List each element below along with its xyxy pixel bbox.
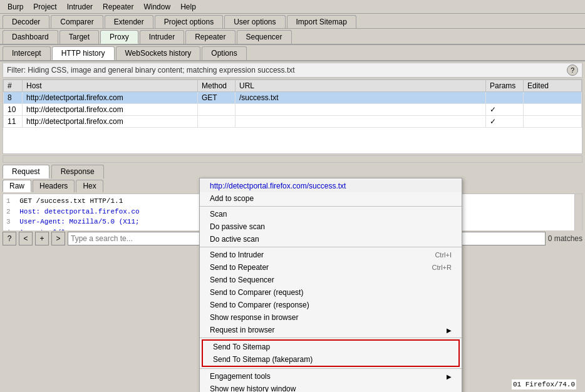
ctx-active-scan[interactable]: Do active scan	[200, 233, 462, 245]
menu-help[interactable]: Help	[175, 1, 201, 13]
col-params: Params	[486, 80, 524, 92]
cell-params: ✓	[486, 116, 524, 128]
tab-proxy[interactable]: Proxy	[100, 30, 138, 44]
ctx-add-scope[interactable]: Add to scope	[200, 192, 462, 205]
ctx-sep-3	[200, 338, 462, 338]
matches-label: 0 matches	[548, 234, 582, 243]
menu-bar: Burp Project Intruder Repeater Window He…	[0, 0, 585, 14]
tab-intruder[interactable]: Intruder	[140, 30, 184, 44]
table-row[interactable]: 11 http://detectportal.firefox.com ✓	[4, 116, 582, 128]
tab-raw[interactable]: Raw	[3, 180, 31, 192]
ctx-engagement-tools[interactable]: Engagement tools ▶	[200, 370, 462, 383]
cell-num: 10	[4, 104, 23, 116]
ctx-send-repeater-label: Send to Repeater	[210, 263, 269, 272]
cell-host: http://detectportal.firefox.com	[23, 92, 198, 104]
col-edited: Edited	[524, 80, 582, 92]
ctx-send-intruder[interactable]: Send to Intruder Ctrl+I	[200, 249, 462, 261]
ctx-send-repeater[interactable]: Send to Repeater Ctrl+R	[200, 261, 462, 274]
menu-repeater[interactable]: Repeater	[98, 1, 138, 13]
cell-num: 8	[4, 92, 23, 104]
tabs-row2: Dashboard Target Proxy Intruder Repeater…	[0, 29, 585, 45]
menu-window[interactable]: Window	[138, 1, 175, 13]
prev-button[interactable]: <	[19, 232, 33, 245]
request-line-text-2: Host: detectportal.firefox.co	[19, 208, 139, 215]
ctx-passive-scan[interactable]: Do passive scan	[200, 220, 462, 233]
line-num-1: 1	[6, 197, 11, 205]
tab-target[interactable]: Target	[60, 30, 99, 44]
cell-url	[236, 116, 486, 128]
context-menu: http://detectportal.firefox.com/success.…	[199, 178, 462, 392]
cell-num: 11	[4, 116, 23, 128]
line-num-3: 3	[6, 218, 11, 225]
help-button[interactable]: ?	[3, 232, 16, 245]
tab-sequencer[interactable]: Sequencer	[237, 30, 292, 44]
ctx-request-browser-arrow: ▶	[447, 327, 452, 334]
filter-bar[interactable]: Filter: Hiding CSS, image and general bi…	[3, 63, 582, 78]
ctx-send-sitemap-fakeparam[interactable]: Send To Sitemap (fakeparam)	[203, 353, 458, 366]
cell-params	[486, 92, 524, 104]
tab-intercept[interactable]: Intercept	[3, 46, 51, 60]
cell-edited	[524, 92, 582, 104]
ctx-send-sequencer[interactable]: Send to Sequencer	[200, 274, 462, 286]
col-host: Host	[23, 80, 198, 92]
tab-options[interactable]: Options	[202, 46, 246, 60]
next-button[interactable]: >	[51, 232, 65, 245]
ctx-engagement-tools-arrow: ▶	[447, 373, 452, 380]
ctx-url[interactable]: http://detectportal.firefox.com/success.…	[200, 180, 462, 192]
ctx-send-comparer-req[interactable]: Send to Comparer (request)	[200, 286, 462, 299]
cell-params: ✓	[486, 104, 524, 116]
http-history-table[interactable]: # Host Method URL Params Edited 8 http:/…	[3, 79, 582, 154]
cell-host: http://detectportal.firefox.com	[23, 104, 198, 116]
line-num-2: 2	[6, 208, 11, 215]
ctx-scan[interactable]: Scan	[200, 208, 462, 220]
ctx-engagement-tools-label: Engagement tools	[210, 372, 271, 381]
tab-request[interactable]: Request	[3, 165, 49, 178]
ctx-send-comparer-resp[interactable]: Send to Comparer (response)	[200, 299, 462, 311]
ctx-sep-2	[200, 247, 462, 247]
tab-response[interactable]: Response	[51, 165, 104, 178]
cell-url	[236, 104, 486, 116]
tab-import-sitemap[interactable]: Import Sitemap	[287, 15, 356, 28]
cell-method	[198, 116, 236, 128]
menu-project[interactable]: Project	[28, 1, 61, 13]
right-panel-text: 01 Firefox/74.0	[512, 379, 576, 389]
table-row[interactable]: 8 http://detectportal.firefox.com GET /s…	[4, 92, 582, 104]
tab-headers[interactable]: Headers	[33, 180, 75, 192]
tab-dashboard[interactable]: Dashboard	[3, 30, 58, 44]
table-h-scrollbar[interactable]	[3, 155, 582, 163]
menu-intruder[interactable]: Intruder	[62, 1, 98, 13]
cell-method: GET	[198, 92, 236, 104]
tab-repeater[interactable]: Repeater	[185, 30, 235, 44]
ctx-request-browser-label: Request in browser	[210, 326, 274, 334]
cell-edited	[524, 104, 582, 116]
main-content: # Host Method URL Params Edited 8 http:/…	[0, 79, 585, 247]
proxy-tabs: Intercept HTTP history WebSockets histor…	[0, 45, 585, 61]
ctx-show-new-history[interactable]: Show new history window	[200, 383, 462, 392]
req-resp-tabs: Request Response	[0, 163, 585, 178]
add-button[interactable]: +	[35, 232, 49, 245]
tab-hex[interactable]: Hex	[76, 180, 103, 192]
filter-text: Filter: Hiding CSS, image and general bi…	[7, 66, 295, 75]
menu-burp[interactable]: Burp	[3, 1, 28, 13]
tab-user-options[interactable]: User options	[224, 15, 285, 28]
tab-comparer[interactable]: Comparer	[51, 15, 103, 28]
col-url: URL	[236, 80, 486, 92]
cell-host: http://detectportal.firefox.com	[23, 116, 198, 128]
request-line-text-3: User-Agent: Mozilla/5.0 (X11;	[19, 218, 139, 225]
col-method: Method	[198, 80, 236, 92]
ctx-request-browser[interactable]: Request in browser ▶	[200, 324, 462, 336]
table-row[interactable]: 10 http://detectportal.firefox.com ✓	[4, 104, 582, 116]
cell-url: /success.txt	[236, 92, 486, 104]
col-num: #	[4, 80, 23, 92]
filter-help-button[interactable]: ?	[567, 64, 578, 76]
tab-decoder[interactable]: Decoder	[3, 15, 49, 28]
tab-project-options[interactable]: Project options	[155, 15, 223, 28]
ctx-send-intruder-shortcut: Ctrl+I	[435, 251, 452, 259]
tabs-row1: Decoder Comparer Extender Project option…	[0, 14, 585, 29]
tab-extender[interactable]: Extender	[105, 15, 153, 28]
ctx-send-sitemap[interactable]: Send To Sitemap	[203, 341, 458, 353]
tab-http-history[interactable]: HTTP history	[52, 46, 115, 60]
ctx-show-response-browser[interactable]: Show response in browser	[200, 311, 462, 324]
tab-websockets-history[interactable]: WebSockets history	[116, 46, 201, 60]
ctx-sep-4	[200, 368, 462, 369]
